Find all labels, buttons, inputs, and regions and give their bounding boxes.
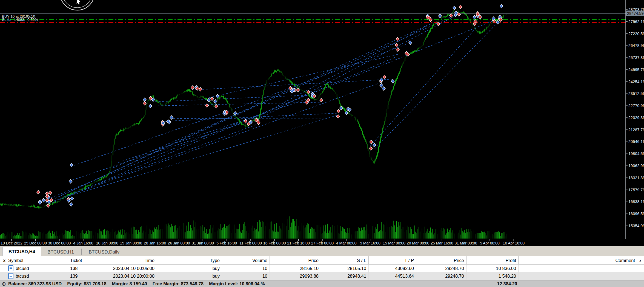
cell-tp: 44513.64 — [369, 272, 416, 280]
cell-volume: 10 — [222, 265, 270, 272]
cell-type: buy — [157, 265, 222, 272]
svg-text:5 Apr 08:00: 5 Apr 08:00 — [480, 241, 500, 245]
cell-comment — [519, 265, 644, 272]
header-profit[interactable]: Profit — [466, 256, 519, 265]
header-ticket[interactable]: Ticket — [68, 256, 112, 265]
order-row[interactable]: btcusd 139 2023.04.10 20:00:00 buy 10 29… — [0, 272, 644, 280]
tab-btcusd-daily[interactable]: BTCUSD,Daily — [83, 248, 125, 256]
cell-symbol: btcusd — [16, 272, 29, 280]
trade-markers — [36, 4, 503, 207]
svg-text:26478.99: 26478.99 — [628, 43, 644, 48]
cell-tp: 43092.60 — [369, 265, 416, 272]
svg-text:15 Jan 08:00: 15 Jan 08:00 — [120, 241, 142, 245]
header-tp[interactable]: T / P — [369, 256, 416, 265]
svg-text:4 Mar 08:00: 4 Mar 08:00 — [336, 241, 357, 245]
svg-text:4 Jan 16:00: 4 Jan 16:00 — [73, 241, 93, 245]
header-price-current[interactable]: Price — [416, 256, 466, 265]
chart-axes[interactable]: 28703.7927962.1927220.5926478.9925737.39… — [0, 0, 644, 245]
svg-text:20 Jan 16:00: 20 Jan 16:00 — [144, 241, 166, 245]
svg-text:19062.99: 19062.99 — [628, 164, 644, 168]
cell-profit: 10 836.00 — [466, 265, 519, 272]
cell-time: 2023.04.10 00:05:00 — [112, 265, 157, 272]
cell-type: buy — [157, 272, 222, 280]
svg-text:30 Dec 08:00: 30 Dec 08:00 — [48, 241, 71, 245]
header-price-open[interactable]: Price — [270, 256, 321, 265]
total-profit-value: 12 384.20 — [466, 281, 517, 286]
svg-text:15 Mar 00:00: 15 Mar 00:00 — [383, 241, 406, 245]
status-bar: ⊕ Balance: 869 323.98 USD Equity: 881 70… — [0, 280, 644, 287]
cell-price-current: 29248.70 — [416, 272, 466, 280]
svg-text:22029.39: 22029.39 — [628, 116, 644, 120]
svg-text:21287.79: 21287.79 — [628, 128, 644, 132]
header-comment[interactable]: Comment ▲ — [519, 256, 644, 265]
chart-tab-bar: BTCUSD,H4 BTCUSD,H1 BTCUSD,Daily — [0, 246, 644, 256]
stop-loss-label: SL for -14083, -0.50% — [2, 18, 38, 22]
cell-symbol: btcusd — [16, 265, 29, 272]
current-price-tag: 28474.59 — [626, 11, 644, 16]
svg-text:9 Mar 16:00: 9 Mar 16:00 — [360, 241, 380, 245]
tab-btcusd-h4[interactable]: BTCUSD,H4 — [2, 247, 41, 256]
cell-price-current: 29248.70 — [416, 265, 466, 272]
header-comment-label: Comment — [616, 256, 635, 264]
free-margin-text: Free Margin: 873 548.78 — [153, 281, 204, 286]
trade-trendlines — [41, 16, 503, 204]
svg-text:23512.59: 23512.59 — [628, 91, 644, 96]
svg-text:26 Jan 00:00: 26 Jan 00:00 — [168, 241, 190, 245]
svg-text:20546.19: 20546.19 — [628, 139, 644, 144]
header-volume[interactable]: Volume — [222, 256, 270, 265]
cell-profit: 1 548.20 — [466, 272, 519, 280]
svg-text:5 Feb 16:00: 5 Feb 16:00 — [216, 241, 237, 245]
current-price-value: 28474.59 — [627, 11, 643, 16]
close-icon[interactable]: x — [2, 258, 5, 263]
svg-text:22770.99: 22770.99 — [628, 103, 644, 108]
svg-text:27220.59: 27220.59 — [628, 32, 644, 36]
cell-sl: 28948.41 — [321, 272, 369, 280]
margin-level-text: Margin Level: 10 806.04 % — [209, 281, 265, 286]
header-symbol[interactable]: Symbol — [6, 256, 68, 265]
svg-text:20 Mar 08:00: 20 Mar 08:00 — [407, 241, 430, 245]
mouse-cursor-icon — [76, 0, 81, 5]
connection-icon: ⊕ — [2, 281, 6, 287]
position-labels: BUY 10 at 28165.10 SL for -14083, -0.50% — [2, 14, 38, 22]
header-time[interactable]: Time — [112, 256, 157, 265]
orders-table: x Symbol Ticket Time Type Volume Price S… — [0, 256, 644, 280]
svg-text:25737.39: 25737.39 — [628, 55, 644, 60]
svg-text:16 Feb 08:00: 16 Feb 08:00 — [263, 241, 286, 245]
tab-btcusd-h1[interactable]: BTCUSD,H1 — [41, 248, 80, 256]
tab-separator — [81, 249, 82, 255]
svg-text:10 Jan 00:00: 10 Jan 00:00 — [96, 241, 118, 245]
svg-text:27962.19: 27962.19 — [628, 19, 644, 24]
svg-text:11 Feb 00:00: 11 Feb 00:00 — [239, 241, 262, 245]
mt4-terminal-window: 28703.7927962.1927220.5926478.9925737.39… — [0, 0, 644, 287]
margin-text: Margin: 8 159.40 — [112, 281, 147, 286]
svg-text:16838.19: 16838.19 — [628, 199, 644, 204]
cell-price-open: 29093.88 — [270, 272, 321, 280]
order-row[interactable]: btcusd 138 2023.04.10 00:05:00 buy 10 28… — [0, 265, 644, 272]
volume-bars — [1, 216, 506, 239]
header-type[interactable]: Type — [157, 256, 222, 265]
svg-text:27 Feb 00:00: 27 Feb 00:00 — [311, 241, 334, 245]
cell-comment — [519, 272, 644, 280]
svg-text:19 Dec 2022: 19 Dec 2022 — [1, 241, 22, 245]
cell-time: 2023.04.10 20:00:00 — [112, 272, 157, 280]
close-column-header[interactable]: x — [0, 256, 6, 265]
header-sl[interactable]: S / L — [321, 256, 369, 265]
sort-arrow-icon[interactable]: ▲ — [639, 256, 642, 264]
chart-area[interactable]: 28703.7927962.1927220.5926478.9925737.39… — [0, 0, 644, 246]
svg-text:31 Jan 08:00: 31 Jan 08:00 — [192, 241, 214, 245]
svg-text:24995.79: 24995.79 — [628, 67, 644, 72]
order-icon — [8, 273, 13, 279]
chart-canvas[interactable]: 28703.7927962.1927220.5926478.9925737.39… — [0, 0, 644, 246]
balance-text: Balance: 869 323.98 USD — [8, 281, 62, 286]
cell-ticket: 139 — [68, 272, 112, 280]
svg-text:25 Mar 16:00: 25 Mar 16:00 — [431, 241, 453, 245]
svg-text:18321.39: 18321.39 — [628, 176, 644, 180]
price-level-lines — [0, 13, 626, 22]
svg-text:19804.59: 19804.59 — [628, 151, 644, 156]
svg-text:17579.79: 17579.79 — [628, 188, 644, 192]
svg-text:15354.99: 15354.99 — [628, 224, 644, 228]
svg-text:24254.19: 24254.19 — [628, 80, 644, 84]
svg-text:25 Dec 00:00: 25 Dec 00:00 — [24, 241, 47, 245]
equity-text: Equity: 881 708.18 — [67, 281, 106, 286]
order-icon — [8, 265, 13, 271]
